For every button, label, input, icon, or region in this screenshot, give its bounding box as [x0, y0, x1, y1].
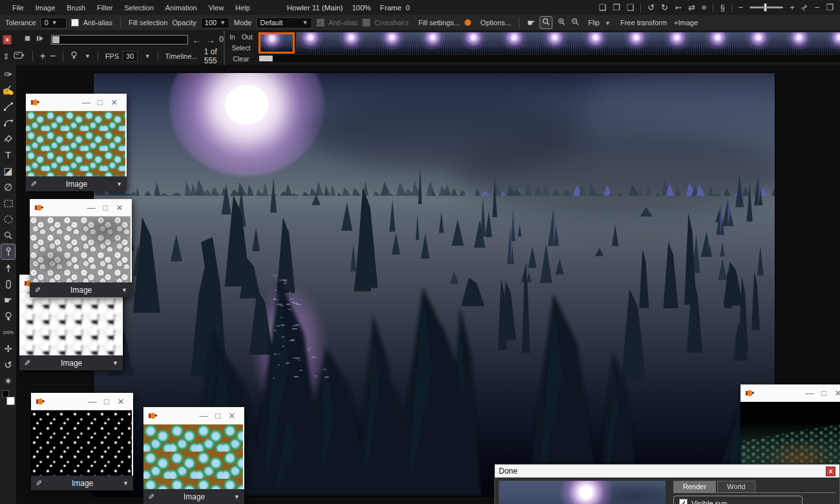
- text-tool[interactable]: T: [1, 147, 16, 163]
- image-window[interactable]: — □ ✕: [740, 384, 840, 464]
- chevron-down-icon[interactable]: ▼: [85, 53, 90, 59]
- image-mode-label[interactable]: Image: [154, 492, 234, 501]
- light-tool[interactable]: [1, 308, 16, 324]
- hand-pan-icon[interactable]: ☛: [527, 18, 536, 27]
- zoom-tool[interactable]: [1, 227, 16, 244]
- clone-stack-icon[interactable]: ❑: [627, 3, 635, 12]
- image-content[interactable]: [26, 111, 125, 176]
- image-window[interactable]: — □ ✕ ✎ Image ▼: [143, 407, 244, 504]
- out-button[interactable]: Out: [242, 33, 253, 41]
- close-icon[interactable]: ✕: [225, 412, 239, 420]
- filmstrip-frame[interactable]: [418, 32, 459, 54]
- chevron-down-icon[interactable]: ▼: [112, 360, 118, 366]
- filmstrip-frame[interactable]: [825, 32, 840, 54]
- pan-pin-tool[interactable]: [1, 244, 16, 260]
- pencil-icon[interactable]: ✎: [148, 492, 154, 501]
- close-icon[interactable]: ✕: [114, 397, 128, 406]
- minimize-icon[interactable]: —: [84, 204, 98, 212]
- prev-frame-icon[interactable]: ←: [192, 35, 202, 45]
- tab-render[interactable]: Render: [673, 481, 716, 492]
- menu-brush[interactable]: Brush: [61, 4, 91, 12]
- image-window-footer[interactable]: ✎ Image ▼: [30, 282, 132, 297]
- swap-icon[interactable]: ⇄: [688, 3, 695, 12]
- image-window-footer[interactable]: ✎ Image ▼: [31, 476, 133, 490]
- chevron-down-icon[interactable]: ▼: [123, 480, 129, 487]
- free-transform-button[interactable]: Free transform: [620, 19, 667, 26]
- chevron-down-icon[interactable]: ▼: [116, 181, 122, 187]
- minimize-icon[interactable]: —: [196, 412, 211, 420]
- capsule-tool[interactable]: [1, 276, 16, 292]
- clone-page-icon[interactable]: ❏: [598, 3, 606, 12]
- close-icon[interactable]: x: [826, 467, 835, 476]
- window-titlebar[interactable]: — □ ✕: [31, 393, 133, 410]
- timeline-button[interactable]: Timeline...: [165, 52, 197, 60]
- clear-button[interactable]: Clear: [233, 55, 249, 63]
- filmstrip-frame[interactable]: [296, 32, 337, 54]
- zoom-100-tool[interactable]: 100%: [1, 324, 16, 341]
- filmstrip-frame-selected[interactable]: [258, 32, 295, 54]
- redo-icon[interactable]: ↻: [661, 3, 668, 12]
- image-window[interactable]: — □ ✕ ✎ Image ▼: [30, 199, 132, 297]
- image-window[interactable]: — □ ✕ ✎ Image ▼: [26, 94, 127, 191]
- pen-tool[interactable]: ✑: [1, 66, 16, 82]
- pin-star-tool[interactable]: ✶: [1, 373, 16, 389]
- fps-input[interactable]: 30: [123, 51, 138, 61]
- pencil-icon[interactable]: ✎: [36, 479, 42, 488]
- maximize-icon[interactable]: □: [93, 98, 107, 107]
- window-titlebar[interactable]: — □ ✕: [26, 94, 127, 111]
- image-content[interactable]: [19, 292, 121, 355]
- minimize-icon[interactable]: —: [85, 397, 100, 406]
- tolerance-dropdown[interactable]: 0▼: [41, 17, 67, 28]
- next-frame-icon[interactable]: →: [205, 35, 215, 45]
- frame-slider-handle[interactable]: [52, 36, 59, 43]
- opacity-dropdown[interactable]: 100▼: [201, 17, 229, 28]
- zoom-out-icon[interactable]: [571, 17, 580, 28]
- sort-updown-icon[interactable]: ⇕: [3, 52, 10, 61]
- menu-file[interactable]: File: [6, 4, 30, 12]
- menu-selection[interactable]: Selection: [119, 4, 160, 12]
- cut-pointer-icon[interactable]: ✂: [799, 2, 810, 13]
- image-content[interactable]: [740, 402, 840, 464]
- arrow-tool-icon[interactable]: ➳: [675, 3, 682, 12]
- rect-select-tool[interactable]: [1, 195, 16, 211]
- close-icon[interactable]: ✕: [112, 204, 127, 212]
- color-indicator-icon[interactable]: [465, 19, 471, 26]
- image-content[interactable]: [143, 425, 243, 489]
- zoom-tool-icon[interactable]: [540, 16, 552, 29]
- menu-image[interactable]: Image: [30, 4, 61, 12]
- close-icon[interactable]: ✕: [831, 389, 840, 397]
- undo-arrow-tool[interactable]: ↺: [1, 357, 16, 373]
- minimize-icon[interactable]: —: [803, 389, 817, 397]
- move-tool[interactable]: ✛: [1, 341, 16, 357]
- play-icon[interactable]: [36, 34, 45, 45]
- crosshairs-checkbox[interactable]: [362, 19, 370, 26]
- window-restore-icon[interactable]: ❐: [826, 3, 834, 12]
- image-content[interactable]: [31, 410, 132, 476]
- chevron-down-icon[interactable]: ▼: [145, 53, 151, 59]
- fill-settings-button[interactable]: Fill settings...: [418, 19, 459, 26]
- filmstrip-frame[interactable]: [377, 32, 418, 54]
- filmstrip-scrollbar-handle[interactable]: [259, 56, 273, 61]
- image-mode-label[interactable]: Image: [30, 359, 112, 368]
- minimize-icon[interactable]: —: [79, 98, 93, 107]
- brush-larger-icon[interactable]: +: [790, 3, 795, 12]
- filmstrip-frame[interactable]: [622, 32, 662, 54]
- pencil-icon[interactable]: ✎: [34, 286, 41, 295]
- filmstrip-frame[interactable]: [581, 32, 622, 54]
- antialias-checkbox[interactable]: [71, 19, 79, 26]
- image-content[interactable]: [30, 216, 131, 282]
- fill-selection-button[interactable]: Fill selection: [129, 19, 168, 26]
- antialias2-checkbox[interactable]: ✓: [317, 19, 324, 26]
- window-titlebar[interactable]: — □ ✕: [740, 384, 840, 402]
- ellipse-select-tool[interactable]: [1, 211, 16, 227]
- filmstrip-frame[interactable]: [540, 32, 581, 54]
- add-frame-button[interactable]: +: [40, 50, 46, 62]
- filmstrip-frame[interactable]: [499, 32, 540, 54]
- menu-filter[interactable]: Filter: [91, 4, 118, 12]
- stop-icon[interactable]: [23, 34, 32, 45]
- brush-size-slider[interactable]: [750, 6, 783, 8]
- tab-world[interactable]: World: [717, 481, 755, 492]
- no-selection-tool[interactable]: ∅: [1, 179, 16, 195]
- maximize-icon[interactable]: □: [817, 389, 831, 397]
- dialog-titlebar[interactable]: Done x: [495, 465, 839, 478]
